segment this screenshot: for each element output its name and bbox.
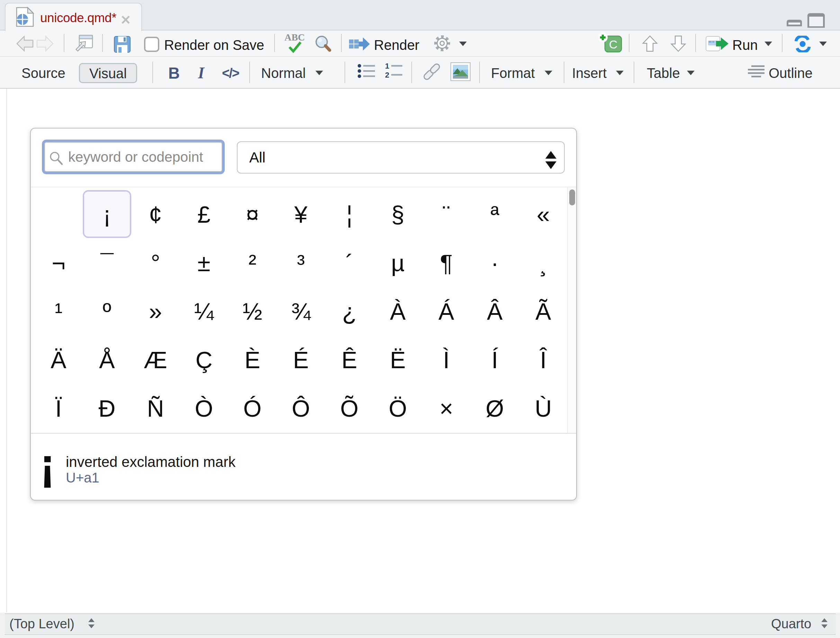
svg-text:2: 2 bbox=[385, 71, 389, 79]
svg-text:1: 1 bbox=[385, 63, 389, 70]
svg-text:C: C bbox=[609, 38, 618, 51]
